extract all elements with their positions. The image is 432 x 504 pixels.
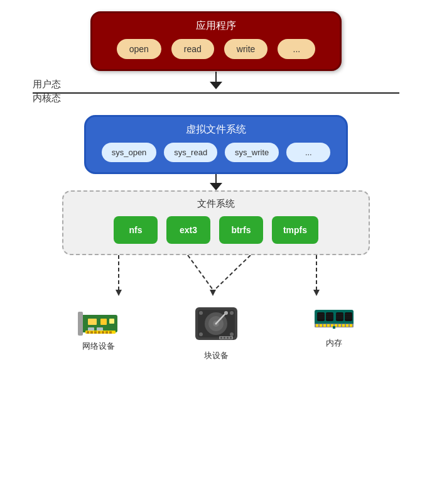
network-card-icon xyxy=(77,302,121,337)
svg-rect-18 xyxy=(98,331,100,334)
diagram-container: 应用程序 open read write ... 用户态 内核态 虚拟文件系统 … xyxy=(0,0,432,504)
device-hdd: 块设备 xyxy=(193,302,240,361)
network-label: 网络设备 xyxy=(82,341,115,352)
svg-rect-11 xyxy=(109,319,114,324)
vfs-title: 虚拟文件系统 xyxy=(99,123,333,136)
svg-point-30 xyxy=(199,311,203,315)
svg-point-33 xyxy=(230,332,234,336)
svg-rect-41 xyxy=(316,324,318,327)
svg-rect-43 xyxy=(323,324,326,327)
svg-point-32 xyxy=(199,332,203,336)
btn-nfs[interactable]: nfs xyxy=(114,216,158,244)
fs-title: 文件系统 xyxy=(76,198,356,210)
svg-rect-37 xyxy=(227,337,229,339)
btn-ellipsis[interactable]: ... xyxy=(278,39,315,59)
device-ram: 内存 xyxy=(312,302,356,361)
btn-vfs-ellipsis[interactable]: ... xyxy=(286,143,330,162)
fs-buttons-row: nfs ext3 btrfs tmpfs xyxy=(76,216,356,244)
arrow-head-2 xyxy=(210,183,222,190)
dashed-arrows-svg xyxy=(62,255,370,302)
btn-btrfs[interactable]: btrfs xyxy=(219,216,263,244)
arrow-line-2 xyxy=(215,174,217,183)
hdd-label: 块设备 xyxy=(204,350,229,361)
svg-rect-15 xyxy=(87,331,89,334)
btn-ext3[interactable]: ext3 xyxy=(166,216,210,244)
svg-line-4 xyxy=(215,255,251,290)
svg-rect-16 xyxy=(90,331,93,334)
btn-open[interactable]: open xyxy=(117,39,161,59)
svg-rect-21 xyxy=(109,331,112,334)
fs-box: 文件系统 nfs ext3 btrfs tmpfs xyxy=(62,190,370,255)
btn-sys-open[interactable]: sys_open xyxy=(102,143,157,162)
svg-marker-6 xyxy=(313,290,320,296)
app-buttons-row: open read write ... xyxy=(105,39,327,59)
btn-write[interactable]: write xyxy=(224,39,268,59)
btn-sys-write[interactable]: sys_write xyxy=(225,143,279,162)
svg-point-31 xyxy=(230,311,234,315)
svg-rect-36 xyxy=(224,337,225,339)
svg-rect-49 xyxy=(346,324,348,327)
svg-rect-44 xyxy=(327,324,330,327)
svg-rect-10 xyxy=(100,319,107,325)
svg-rect-47 xyxy=(338,324,341,327)
app-title: 应用程序 xyxy=(105,19,327,33)
svg-rect-42 xyxy=(320,324,322,327)
svg-rect-17 xyxy=(94,331,97,334)
svg-line-2 xyxy=(188,255,213,290)
devices-row: 网络设备 xyxy=(40,302,392,361)
svg-rect-53 xyxy=(336,312,343,321)
svg-rect-8 xyxy=(78,312,83,336)
app-box: 应用程序 open read write ... xyxy=(90,11,342,71)
zone-divider-area: 用户态 内核态 xyxy=(33,90,399,96)
svg-rect-38 xyxy=(230,337,232,339)
btn-read[interactable]: read xyxy=(171,39,214,59)
svg-rect-67 xyxy=(333,326,335,329)
ram-icon xyxy=(312,302,356,334)
hdd-icon xyxy=(193,302,240,346)
svg-marker-3 xyxy=(210,290,216,296)
svg-rect-35 xyxy=(220,337,222,339)
svg-rect-20 xyxy=(105,331,108,334)
ram-label: 内存 xyxy=(326,337,342,349)
svg-marker-1 xyxy=(116,290,122,296)
svg-rect-9 xyxy=(88,319,97,325)
arrow-vfs-to-fs xyxy=(210,174,222,190)
btn-sys-read[interactable]: sys_read xyxy=(164,143,217,162)
svg-rect-48 xyxy=(342,324,345,327)
vfs-box: 虚拟文件系统 sys_open sys_read sys_write ... xyxy=(84,115,348,174)
svg-rect-54 xyxy=(345,312,352,321)
svg-rect-51 xyxy=(317,312,325,321)
svg-rect-52 xyxy=(326,312,333,321)
svg-rect-19 xyxy=(102,331,104,334)
dashed-arrows-area xyxy=(62,255,370,302)
vfs-buttons-row: sys_open sys_read sys_write ... xyxy=(99,143,333,162)
svg-point-29 xyxy=(224,311,228,315)
btn-tmpfs[interactable]: tmpfs xyxy=(272,216,318,244)
user-zone-label: 用户态 xyxy=(33,79,399,90)
svg-rect-50 xyxy=(350,324,352,327)
kernel-zone-label: 内核态 xyxy=(33,92,399,104)
device-network: 网络设备 xyxy=(77,302,121,361)
